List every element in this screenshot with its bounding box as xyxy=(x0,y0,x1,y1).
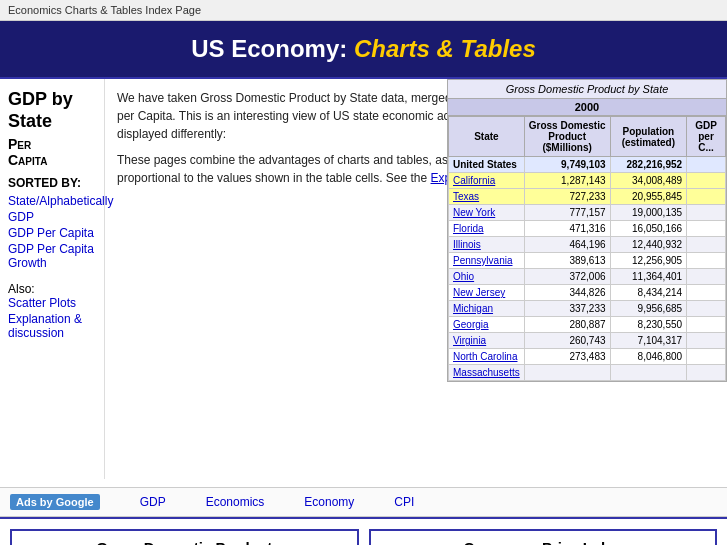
cell-gdp: 1,287,143 xyxy=(524,173,610,189)
table-row: New York777,15719,000,135 xyxy=(449,205,726,221)
cell-gdp-pc xyxy=(687,205,726,221)
card-cpi: Consumer Price Index Change in USA CPI o… xyxy=(369,529,718,545)
cell-pop: 282,216,952 xyxy=(610,157,687,173)
table-row: New Jersey344,8268,434,214 xyxy=(449,285,726,301)
cell-gdp-pc xyxy=(687,365,726,381)
cell-state[interactable]: Florida xyxy=(449,221,525,237)
cell-gdp: 260,743 xyxy=(524,333,610,349)
cell-pop: 8,434,214 xyxy=(610,285,687,301)
cell-state[interactable]: Michigan xyxy=(449,301,525,317)
sorted-by-label: SORTED BY: xyxy=(8,176,96,190)
cell-gdp: 727,233 xyxy=(524,189,610,205)
sidebar-title-gdp: GDP by State xyxy=(8,89,96,132)
cell-gdp-pc xyxy=(687,237,726,253)
cell-gdp: 344,826 xyxy=(524,285,610,301)
cell-pop xyxy=(610,365,687,381)
table-row: Michigan337,2339,956,685 xyxy=(449,301,726,317)
cell-gdp-pc xyxy=(687,333,726,349)
cell-state[interactable]: New York xyxy=(449,205,525,221)
table-row: Texas727,23320,955,845 xyxy=(449,189,726,205)
gdp-table: State Gross Domestic Product ($Millions)… xyxy=(448,116,726,381)
content-area: We have taken Gross Domestic Product by … xyxy=(105,79,727,479)
cell-gdp-pc xyxy=(687,189,726,205)
cell-gdp: 389,613 xyxy=(524,253,610,269)
cell-gdp: 280,887 xyxy=(524,317,610,333)
cell-state: United States xyxy=(449,157,525,173)
cell-pop: 34,008,489 xyxy=(610,173,687,189)
sidebar-link-state[interactable]: State/Alphabetically xyxy=(8,194,96,208)
cell-gdp-pc xyxy=(687,157,726,173)
ads-google-label: Ads by Google xyxy=(10,494,100,510)
cell-pop: 20,955,845 xyxy=(610,189,687,205)
table-row: Florida471,31616,050,166 xyxy=(449,221,726,237)
cell-gdp-pc xyxy=(687,221,726,237)
card-gdp-title: Gross Domestic Product xyxy=(20,539,349,545)
ads-link-economics[interactable]: Economics xyxy=(206,495,265,509)
col-header-state: State xyxy=(449,117,525,157)
sidebar-link-scatter[interactable]: Scatter Plots xyxy=(8,296,96,310)
cell-state[interactable]: Virginia xyxy=(449,333,525,349)
cell-gdp-pc xyxy=(687,253,726,269)
main-layout: GDP by State Per Capita SORTED BY: State… xyxy=(0,79,727,479)
cell-gdp-pc xyxy=(687,285,726,301)
cell-state[interactable]: Massachusetts xyxy=(449,365,525,381)
tab-label: Economics Charts & Tables Index Page xyxy=(8,4,201,16)
cell-pop: 12,440,932 xyxy=(610,237,687,253)
ads-link-economy[interactable]: Economy xyxy=(304,495,354,509)
cell-gdp: 273,483 xyxy=(524,349,610,365)
cell-pop: 16,050,166 xyxy=(610,221,687,237)
cell-pop: 11,364,401 xyxy=(610,269,687,285)
cell-state[interactable]: California xyxy=(449,173,525,189)
page-title: US Economy: Charts & Tables xyxy=(0,35,727,63)
sidebar-title1: GDP by xyxy=(8,89,73,109)
cell-state[interactable]: Georgia xyxy=(449,317,525,333)
card-cpi-title: Consumer Price Index xyxy=(379,539,708,545)
table-row: California1,287,14334,008,489 xyxy=(449,173,726,189)
sidebar-capita-label: Capita xyxy=(8,152,47,168)
gdp-table-fragment: Gross Domestic Product by State 2000 Sta… xyxy=(447,79,727,382)
ads-bar: Ads by Google GDP Economics Economy CPI xyxy=(0,487,727,517)
table-row: Georgia280,8878,230,550 xyxy=(449,317,726,333)
table-row: Ohio372,00611,364,401 xyxy=(449,269,726,285)
cell-state[interactable]: Illinois xyxy=(449,237,525,253)
table-row: Virginia260,7437,104,317 xyxy=(449,333,726,349)
table-title: Gross Domestic Product by State xyxy=(448,80,726,99)
cell-gdp xyxy=(524,365,610,381)
cell-state[interactable]: North Carolina xyxy=(449,349,525,365)
cell-pop: 7,104,317 xyxy=(610,333,687,349)
cell-gdp-pc xyxy=(687,269,726,285)
sidebar-link-gdp[interactable]: GDP xyxy=(8,210,96,224)
cell-gdp: 337,233 xyxy=(524,301,610,317)
sidebar-link-gdp-growth[interactable]: GDP Per Capita Growth xyxy=(8,242,96,270)
cell-state[interactable]: Texas xyxy=(449,189,525,205)
sidebar-link-explanation[interactable]: Explanation & discussion xyxy=(8,312,96,340)
title-main: US Economy: xyxy=(191,35,347,62)
table-row: United States9,749,103282,216,952 xyxy=(449,157,726,173)
cell-state[interactable]: Pennsylvania xyxy=(449,253,525,269)
sidebar-per: Per Capita xyxy=(8,136,96,168)
cell-gdp: 777,157 xyxy=(524,205,610,221)
cell-pop: 8,046,800 xyxy=(610,349,687,365)
sidebar-link-gdp-per-capita[interactable]: GDP Per Capita xyxy=(8,226,96,240)
table-row: Pennsylvania389,61312,256,905 xyxy=(449,253,726,269)
sidebar-per-label: Per xyxy=(8,136,31,152)
cell-gdp-pc xyxy=(687,317,726,333)
col-header-gdp-pc: GDP per C... xyxy=(687,117,726,157)
cell-gdp-pc xyxy=(687,301,726,317)
ads-link-gdp[interactable]: GDP xyxy=(140,495,166,509)
cell-gdp: 471,316 xyxy=(524,221,610,237)
cell-pop: 19,000,135 xyxy=(610,205,687,221)
table-row: Illinois464,19612,440,932 xyxy=(449,237,726,253)
ads-link-cpi[interactable]: CPI xyxy=(394,495,414,509)
cell-pop: 12,256,905 xyxy=(610,253,687,269)
cell-gdp: 372,006 xyxy=(524,269,610,285)
table-row: North Carolina273,4838,046,800 xyxy=(449,349,726,365)
sidebar-title2: State xyxy=(8,111,52,131)
also-label: Also: xyxy=(8,282,96,296)
cell-state[interactable]: Ohio xyxy=(449,269,525,285)
table-row: Massachusetts xyxy=(449,365,726,381)
cell-pop: 9,956,685 xyxy=(610,301,687,317)
bottom-cards: Gross Domestic Product Another, more tra… xyxy=(0,517,727,545)
cell-state[interactable]: New Jersey xyxy=(449,285,525,301)
col-header-pop: Population (estimated) xyxy=(610,117,687,157)
